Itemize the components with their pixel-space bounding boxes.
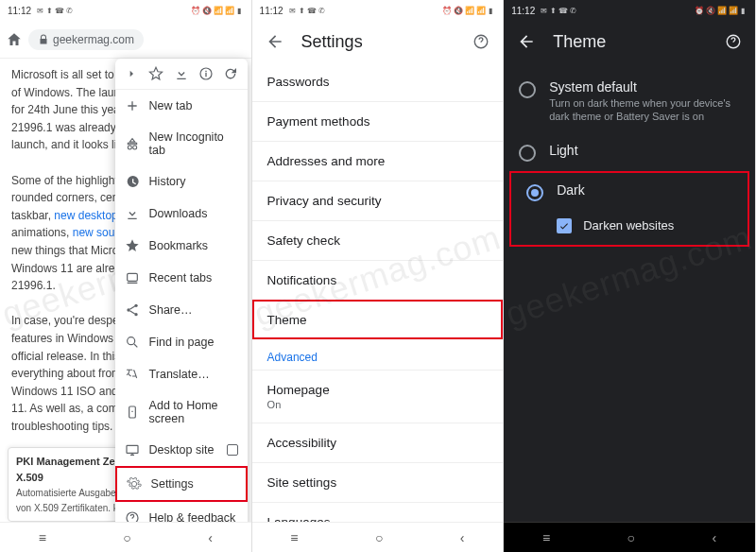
row-safety[interactable]: Safety check: [252, 220, 504, 260]
forward-icon[interactable]: [124, 66, 139, 81]
phone-1-chrome-menu: 11:12 ✉ ⬆ ☎ ✆ ⏰ 🔇 📶 📶 ▮ geekermag.com Mi…: [0, 0, 252, 552]
option-light[interactable]: Light: [504, 133, 755, 171]
theme-header: Theme: [504, 21, 755, 62]
help-icon[interactable]: [725, 33, 742, 50]
nav-home-icon[interactable]: ○: [375, 530, 383, 545]
phone-3-theme: 11:12 ✉ ⬆ ☎ ✆ ⏰ 🔇 📶 📶 ▮ Theme System def…: [504, 0, 756, 552]
row-notifications[interactable]: Notifications: [252, 260, 504, 300]
desktop-site-checkbox[interactable]: [227, 444, 238, 456]
status-bar: 11:12 ✉ ⬆ ☎ ✆ ⏰ 🔇 📶 📶 ▮: [252, 0, 504, 21]
back-icon[interactable]: [266, 32, 284, 51]
theme-title: Theme: [553, 32, 606, 52]
menu-share[interactable]: Share…: [115, 294, 248, 326]
row-theme[interactable]: Theme: [252, 300, 504, 339]
row-privacy[interactable]: Privacy and security: [252, 181, 504, 220]
chrome-overflow-menu: New tab New Incognito tab History Downlo…: [115, 59, 248, 522]
nav-back-icon[interactable]: ‹: [460, 530, 465, 545]
status-icons-right: ⏰ 🔇 📶 📶 ▮: [442, 7, 492, 15]
menu-bookmarks[interactable]: Bookmarks: [115, 230, 248, 262]
menu-help[interactable]: Help & feedback: [115, 502, 248, 522]
nav-back-icon[interactable]: ‹: [712, 530, 716, 545]
nav-back-icon[interactable]: ‹: [208, 530, 213, 545]
menu-find-in-page[interactable]: Find in page: [115, 326, 248, 358]
url-chip[interactable]: geekermag.com: [28, 29, 144, 50]
row-passwords[interactable]: Passwords: [252, 62, 504, 101]
svg-point-5: [127, 337, 134, 345]
settings-title: Settings: [301, 32, 363, 52]
settings-list: Passwords Payment methods Addresses and …: [252, 62, 504, 522]
status-bar: 11:12 ✉ ⬆ ☎ ✆ ⏰ 🔇 📶 📶 ▮: [0, 0, 251, 21]
menu-recent-tabs[interactable]: Recent tabs: [115, 262, 248, 294]
theme-options: System default Turn on dark theme when y…: [504, 62, 755, 522]
phone-2-settings: 11:12 ✉ ⬆ ☎ ✆ ⏰ 🔇 📶 📶 ▮ Settings Passwor…: [252, 0, 505, 552]
option-darken-websites[interactable]: Darken websites: [511, 211, 747, 245]
reload-icon[interactable]: [223, 66, 238, 81]
info-icon[interactable]: [198, 66, 214, 81]
back-icon[interactable]: [517, 32, 536, 51]
row-homepage[interactable]: Homepage On: [252, 370, 504, 423]
option-dark[interactable]: Dark: [511, 173, 747, 211]
nav-recent-icon[interactable]: ≡: [542, 530, 550, 545]
status-icons-left: ✉ ⬆ ☎ ✆: [289, 7, 325, 15]
nav-recent-icon[interactable]: ≡: [290, 530, 298, 545]
checkbox-checked-icon: [557, 218, 572, 233]
radio-selected-icon: [526, 184, 543, 201]
nav-recent-icon[interactable]: ≡: [39, 530, 46, 545]
row-addresses[interactable]: Addresses and more: [252, 141, 504, 181]
svg-rect-7: [127, 445, 138, 453]
menu-top-row: [115, 59, 248, 90]
row-languages[interactable]: Languages: [252, 502, 504, 522]
omnibox-row: geekermag.com: [0, 21, 251, 59]
menu-incognito[interactable]: New Incognito tab: [115, 122, 248, 165]
download-icon[interactable]: [174, 66, 189, 81]
status-icons-left: ✉ ⬆ ☎ ✆: [541, 7, 576, 15]
section-advanced: Advanced: [252, 339, 504, 370]
radio-icon: [519, 145, 536, 162]
menu-translate[interactable]: Translate…: [115, 358, 248, 390]
svg-rect-1: [127, 273, 137, 281]
android-navbar: ≡ ○ ‹: [0, 522, 251, 552]
nav-home-icon[interactable]: ○: [123, 530, 130, 545]
status-time: 11:12: [8, 6, 31, 16]
help-icon[interactable]: [472, 33, 490, 50]
row-accessibility[interactable]: Accessibility: [252, 423, 504, 462]
android-navbar: ≡ ○ ‹: [252, 522, 504, 552]
svg-point-8: [127, 512, 138, 522]
lock-icon: [38, 34, 49, 45]
option-system-default[interactable]: System default Turn on dark theme when y…: [504, 70, 755, 133]
status-icons-left: ✉ ⬆ ☎ ✆: [37, 7, 73, 15]
menu-add-home[interactable]: Add to Home screen: [115, 390, 248, 434]
settings-header: Settings: [252, 21, 504, 62]
home-icon[interactable]: [6, 31, 23, 48]
status-time: 11:12: [260, 6, 284, 16]
row-site-settings[interactable]: Site settings: [252, 462, 504, 502]
status-icons-right: ⏰ 🔇 📶 📶 ▮: [191, 7, 241, 15]
status-bar: 11:12 ✉ ⬆ ☎ ✆ ⏰ 🔇 📶 📶 ▮: [504, 0, 755, 21]
status-icons-right: ⏰ 🔇 📶 📶 ▮: [695, 7, 745, 15]
menu-desktop-site[interactable]: Desktop site: [115, 434, 248, 466]
android-navbar: ≡ ○ ‹: [504, 522, 755, 552]
menu-downloads[interactable]: Downloads: [115, 198, 248, 230]
nav-home-icon[interactable]: ○: [627, 530, 634, 545]
radio-icon: [519, 81, 536, 98]
menu-new-tab[interactable]: New tab: [115, 90, 248, 122]
status-time: 11:12: [511, 6, 535, 16]
menu-history[interactable]: History: [115, 165, 248, 198]
highlight-dark-block: Dark Darken websites: [509, 171, 749, 247]
menu-settings[interactable]: Settings: [115, 466, 248, 502]
row-payment[interactable]: Payment methods: [252, 101, 504, 141]
star-icon[interactable]: [148, 66, 163, 81]
url-host: geekermag.com: [53, 33, 134, 46]
